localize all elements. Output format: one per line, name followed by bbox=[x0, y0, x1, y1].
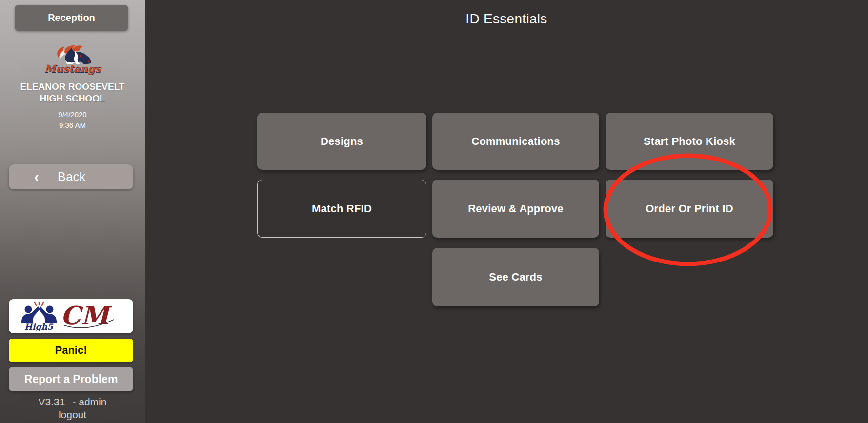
datetime: 9/4/2020 9:36 AM bbox=[0, 109, 145, 131]
chevron-left-icon: ‹ bbox=[29, 169, 44, 184]
review-approve-button[interactable]: Review & Approve bbox=[432, 180, 599, 238]
date-label: 9/4/2020 bbox=[0, 109, 145, 120]
mascot-text: Mustangs bbox=[44, 62, 101, 75]
version-label: V3.31 bbox=[39, 396, 65, 408]
see-cards-button[interactable]: See Cards bbox=[432, 248, 599, 306]
sidebar: Reception Mustangs ELEANOR ROOSEVELT bbox=[0, 0, 145, 423]
back-label: Back bbox=[58, 170, 86, 184]
id-essentials-screen: Reception Mustangs ELEANOR ROOSEVELT bbox=[0, 0, 868, 423]
match-rfid-button[interactable]: Match RFID bbox=[257, 180, 426, 238]
order-or-print-id-button[interactable]: Order Or Print ID bbox=[606, 180, 773, 238]
mascot-label: Mustangs bbox=[0, 62, 145, 75]
communications-button[interactable]: Communications bbox=[432, 113, 599, 170]
version-row: V3.31 - admin bbox=[0, 396, 145, 408]
time-label: 9:36 AM bbox=[0, 120, 145, 131]
cm-text: CM bbox=[61, 301, 112, 330]
user-label: - admin bbox=[72, 396, 106, 408]
start-photo-kiosk-button[interactable]: Start Photo Kiosk bbox=[606, 113, 773, 170]
page-title: ID Essentials bbox=[145, 11, 868, 27]
reception-button[interactable]: Reception bbox=[15, 5, 128, 31]
designs-button[interactable]: Designs bbox=[257, 113, 426, 170]
panic-button[interactable]: Panic! bbox=[9, 339, 133, 362]
school-name: ELEANOR ROOSEVELT HIGH SCHOOL bbox=[8, 81, 137, 104]
high5-text: High5 bbox=[24, 322, 54, 331]
back-button[interactable]: ‹ Back bbox=[9, 164, 133, 189]
report-problem-button[interactable]: Report a Problem bbox=[9, 367, 133, 391]
high5-cm-logo: High5 CM bbox=[9, 299, 133, 333]
high5-cm-logo-icon: High5 CM bbox=[14, 301, 128, 331]
logout-link[interactable]: logout bbox=[0, 409, 145, 421]
